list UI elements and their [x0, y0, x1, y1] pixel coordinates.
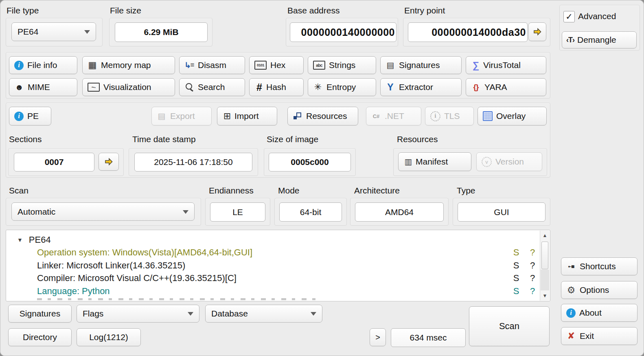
- entropy-button[interactable]: Entropy: [308, 78, 376, 96]
- beret-face-icon: [14, 82, 24, 92]
- signature-flag[interactable]: S: [511, 273, 521, 283]
- chevron-down-icon: [84, 30, 90, 34]
- scan-label: Scan: [9, 186, 28, 196]
- info-icon: [566, 308, 576, 318]
- scan-button[interactable]: Scan: [469, 306, 550, 346]
- entry-point-field[interactable]: 000000014000da30: [408, 22, 528, 42]
- tree-root-row[interactable]: ▼ PE64: [6, 233, 550, 246]
- hex-button[interactable]: Hex: [249, 56, 304, 74]
- scan-results-tree[interactable]: ▼ PE64 Operation system: Windows(Vista)[…: [6, 230, 550, 301]
- chevron-down-icon: [183, 210, 188, 214]
- extractor-button[interactable]: Extractor: [380, 78, 462, 96]
- shortcuts-label: Shortcuts: [580, 262, 616, 271]
- help-question-link[interactable]: ?: [528, 247, 537, 258]
- file-info-button[interactable]: File info: [9, 56, 77, 74]
- result-row[interactable]: Operation system: Windows(Vista)[AMD64,6…: [6, 246, 550, 259]
- memory-map-label: Memory map: [101, 60, 151, 70]
- resources-group-label: Resources: [397, 134, 438, 144]
- scan-method-combobox[interactable]: Automatic: [11, 202, 195, 221]
- strings-button[interactable]: Strings: [308, 56, 376, 74]
- time-date-stamp-field[interactable]: 2025-11-06 17:18:50: [134, 153, 252, 171]
- scrollbar-up-icon[interactable]: ▲: [540, 231, 550, 240]
- help-question-link[interactable]: ?: [528, 286, 537, 297]
- mime-button[interactable]: MIME: [9, 78, 77, 96]
- database-combobox[interactable]: Database: [205, 305, 322, 323]
- magnifier-icon: [184, 82, 194, 92]
- disasm-button[interactable]: Disasm: [179, 56, 245, 74]
- about-label: About: [579, 308, 602, 318]
- demangle-icon: [565, 35, 575, 45]
- sections-goto-button[interactable]: [99, 153, 119, 171]
- tree-root-label: PE64: [29, 235, 51, 245]
- flags-combobox[interactable]: Flags: [77, 305, 199, 323]
- import-label: Import: [234, 111, 259, 121]
- endianness-label: Endianness: [209, 186, 254, 196]
- database-value: Database: [211, 309, 248, 319]
- hash-button[interactable]: Hash: [249, 78, 304, 96]
- visualization-label: Visualization: [103, 82, 151, 92]
- options-button[interactable]: Options: [561, 281, 637, 299]
- mime-label: MIME: [28, 82, 50, 92]
- manifest-button[interactable]: Manifest: [398, 152, 471, 171]
- about-button[interactable]: About: [561, 304, 637, 322]
- memory-map-button[interactable]: Memory map: [82, 56, 175, 74]
- document-icon: [386, 60, 395, 70]
- signature-flag[interactable]: S: [511, 286, 521, 297]
- export-icon: [157, 111, 166, 121]
- file-size-label: File size: [110, 6, 141, 15]
- advanced-checkbox-label[interactable]: Advanced: [578, 11, 616, 21]
- base-address-field[interactable]: 0000000140000000: [290, 22, 396, 42]
- more-button[interactable]: >: [370, 328, 386, 346]
- more-button-label: >: [375, 333, 380, 342]
- mode-field: 64-bit: [279, 202, 342, 222]
- signatures-button[interactable]: Signatures: [8, 305, 72, 323]
- time-date-stamp-label: Time date stamp: [132, 134, 196, 144]
- scrollbar-thumb[interactable]: [541, 242, 548, 269]
- yara-button[interactable]: YARA: [466, 78, 546, 96]
- log-button[interactable]: Log(1212): [77, 328, 141, 346]
- signatures-button-label: Signatures: [20, 309, 60, 319]
- entry-point-goto-button[interactable]: [528, 22, 546, 41]
- signatures-toolbar-button[interactable]: Signatures: [380, 56, 462, 74]
- scrollbar-down-icon[interactable]: ▼: [540, 291, 550, 301]
- shortcuts-button[interactable]: Shortcuts: [561, 257, 637, 275]
- visualization-button[interactable]: Visualization: [82, 78, 175, 96]
- size-of-image-field[interactable]: 0005c000: [269, 153, 351, 171]
- scrollbar-track[interactable]: [541, 270, 549, 290]
- sections-count-field[interactable]: 0007: [14, 153, 94, 171]
- search-button[interactable]: Search: [179, 78, 245, 96]
- architecture-label: Architecture: [354, 186, 400, 196]
- file-type-combobox[interactable]: PE64: [11, 22, 96, 41]
- import-button[interactable]: Import: [217, 107, 277, 125]
- sigma-icon: [471, 60, 481, 70]
- resources-button[interactable]: Resources: [287, 107, 358, 125]
- pe-info-button[interactable]: PE: [9, 107, 51, 125]
- overlay-button[interactable]: Overlay: [478, 107, 547, 125]
- exit-button[interactable]: Exit: [561, 327, 637, 345]
- advanced-checkbox[interactable]: [563, 11, 575, 22]
- disasm-label: Disasm: [198, 60, 226, 70]
- file-size-field: 6.29 MiB: [115, 22, 208, 42]
- result-row[interactable]: Compiler: Microsoft Visual C/C++(19.36.3…: [6, 272, 550, 285]
- result-row[interactable]: Linker: Microsoft Linker(14.36.35215) S …: [6, 259, 550, 272]
- result-row[interactable]: Language: Python S ?: [6, 285, 550, 298]
- signature-flag[interactable]: S: [511, 260, 521, 271]
- virustotal-button[interactable]: VirusTotal: [466, 56, 546, 74]
- endianness-field: LE: [210, 202, 265, 222]
- flags-value: Flags: [83, 309, 103, 319]
- help-question-link[interactable]: ?: [528, 260, 537, 271]
- expander-triangle-icon[interactable]: ▼: [17, 237, 23, 243]
- yara-label: YARA: [484, 82, 507, 92]
- result-text: Linker: Microsoft Linker(14.36.35215): [37, 260, 185, 271]
- help-question-link[interactable]: ?: [528, 273, 537, 283]
- hex-label: Hex: [270, 60, 285, 70]
- results-scrollbar[interactable]: ▲ ▼: [540, 231, 550, 301]
- manifest-label: Manifest: [416, 157, 448, 167]
- yellow-arrow-icon: [104, 157, 114, 167]
- memory-chip-icon: [88, 60, 97, 70]
- import-icon: [222, 111, 232, 121]
- chevron-down-icon: [311, 312, 316, 316]
- directory-button[interactable]: Directory: [8, 328, 72, 346]
- demangle-button[interactable]: Demangle: [562, 31, 637, 48]
- signature-flag[interactable]: S: [511, 247, 521, 258]
